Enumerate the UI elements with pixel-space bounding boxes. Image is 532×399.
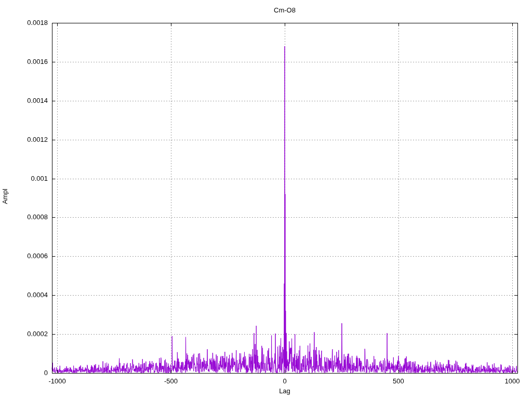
y-tick-label: 0	[0, 369, 48, 377]
y-tick-label: 0.0002	[0, 330, 48, 338]
chart-canvas	[0, 0, 532, 399]
y-tick-label: 0.0006	[0, 252, 48, 260]
y-tick-label: 0.0016	[0, 58, 48, 66]
chart-title: Cm-O8	[52, 6, 517, 14]
x-tick-label: 0	[264, 377, 305, 385]
y-tick-label: 0.001	[0, 175, 48, 183]
x-tick-label: -1000	[36, 377, 78, 385]
y-tick-label: 0.0018	[0, 19, 48, 27]
x-axis-label: Lag	[52, 387, 517, 395]
y-tick-label: 0.0012	[0, 136, 48, 144]
gnuplot-chart-window: Cm-O8 Ampl Lag 00.00020.00040.00060.0008…	[0, 0, 532, 399]
y-axis-label: Ampl	[1, 178, 9, 215]
y-tick-label: 0.0004	[0, 291, 48, 299]
x-tick-label: 1000	[491, 377, 532, 385]
y-tick-label: 0.0008	[0, 213, 48, 221]
y-tick-label: 0.0014	[0, 97, 48, 105]
x-tick-label: 500	[378, 377, 419, 385]
x-tick-label: -500	[150, 377, 192, 385]
